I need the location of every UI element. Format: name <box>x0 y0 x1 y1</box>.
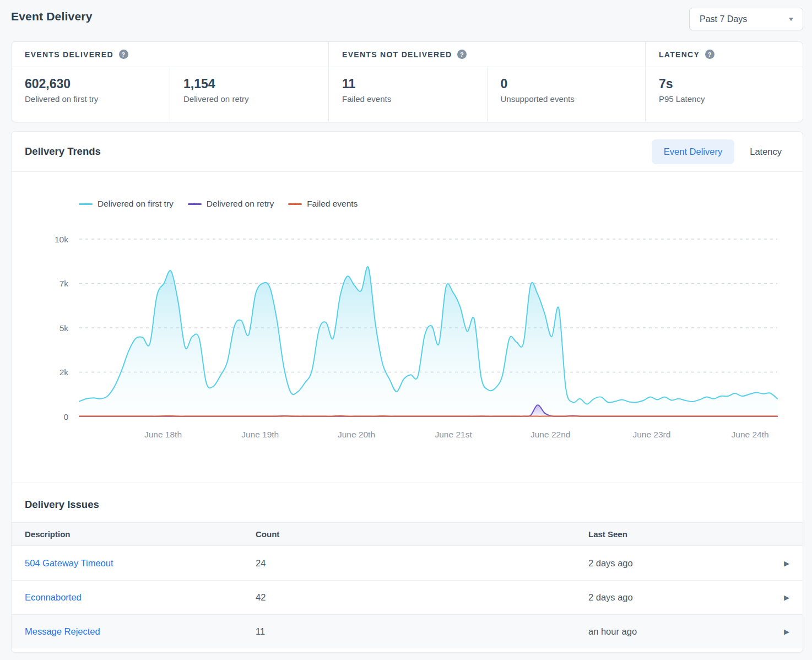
stat-label: Delivered on first try <box>25 94 156 104</box>
table-header-row: Description Count Last Seen <box>12 522 803 546</box>
chart-legend: Delivered on first tryDelivered on retry… <box>79 197 803 210</box>
trends-title: Delivery Trends <box>25 145 101 158</box>
delivery-issues-title: Delivery Issues <box>12 483 803 511</box>
legend-marker-icon <box>79 203 93 205</box>
stats-group-header: EVENTS DELIVERED ? <box>12 42 328 67</box>
issue-count: 11 <box>256 626 588 637</box>
y-axis-tick-label: 10k <box>55 235 68 244</box>
stat-first-try: 602,630 Delivered on first try <box>12 67 170 122</box>
legend-item[interactable]: Delivered on first try <box>79 199 174 209</box>
stat-p95-latency: 7s P95 Latency <box>646 67 803 122</box>
stat-label: Unsupported events <box>501 94 632 104</box>
delivery-trends-chart: 10k7k5k2k0June 18thJune 19thJune 20thJun… <box>12 221 802 447</box>
issue-count: 24 <box>256 558 588 569</box>
time-range-value: Past 7 Days <box>700 14 747 24</box>
stats-group-delivered: EVENTS DELIVERED ? 602,630 Delivered on … <box>12 42 328 122</box>
x-axis-tick-label: June 20th <box>338 430 375 439</box>
chevron-right-icon[interactable]: ▶ <box>784 559 789 567</box>
y-axis-tick-label: 7k <box>59 279 69 288</box>
trends-header: Delivery Trends Event Delivery Latency <box>12 132 803 172</box>
series-line <box>79 416 777 416</box>
stats-group-not-delivered: EVENTS NOT DELIVERED ? 11 Failed events … <box>328 42 645 122</box>
y-axis-tick-label: 0 <box>63 412 68 421</box>
stat-value: 1,154 <box>183 77 315 91</box>
chevron-right-icon[interactable]: ▶ <box>784 593 789 602</box>
stat-retry: 1,154 Delivered on retry <box>170 67 328 122</box>
issue-last-seen: 2 days ago <box>588 558 767 569</box>
y-axis-tick-label: 2k <box>59 367 69 377</box>
legend-label: Delivered on first try <box>98 199 174 209</box>
stats-group-label: EVENTS NOT DELIVERED <box>342 50 452 59</box>
column-header-last-seen: Last Seen <box>588 529 767 539</box>
help-icon[interactable]: ? <box>119 50 128 59</box>
trends-tabs: Event Delivery Latency <box>652 139 794 164</box>
stats-group-label: EVENTS DELIVERED <box>25 50 113 59</box>
stat-label: Failed events <box>342 94 474 104</box>
chevron-right-icon[interactable]: ▶ <box>784 627 789 636</box>
delivery-issues-table: Description Count Last Seen 504 Gateway … <box>12 522 803 648</box>
x-axis-tick-label: June 23rd <box>632 430 670 439</box>
column-header-count: Count <box>256 529 588 539</box>
time-range-dropdown[interactable]: Past 7 Days ▼ <box>689 8 803 30</box>
stat-value: 0 <box>501 77 632 91</box>
chevron-down-icon: ▼ <box>787 16 794 22</box>
legend-label: Delivered on retry <box>207 199 274 209</box>
legend-item[interactable]: Delivered on retry <box>188 199 274 209</box>
stats-group-label: LATENCY <box>659 50 700 59</box>
delivery-trends-card: Delivery Trends Event Delivery Latency D… <box>11 131 803 653</box>
stat-value: 7s <box>659 77 789 91</box>
page-title: Event Delivery <box>11 8 93 23</box>
stat-value: 11 <box>342 77 474 91</box>
issue-link[interactable]: Message Rejected <box>25 626 100 636</box>
table-row[interactable]: Message Rejected 11 an hour ago ▶ <box>12 614 803 648</box>
column-header-description: Description <box>25 529 256 539</box>
stats-group-latency: LATENCY ? 7s P95 Latency <box>645 42 803 122</box>
legend-marker-icon <box>188 203 202 205</box>
issue-link[interactable]: Econnaborted <box>25 592 82 602</box>
y-axis-tick-label: 5k <box>59 323 69 333</box>
help-icon[interactable]: ? <box>705 50 714 59</box>
tab-event-delivery[interactable]: Event Delivery <box>652 139 734 164</box>
x-axis-tick-label: June 24th <box>732 430 769 439</box>
stat-unsupported: 0 Unsupported events <box>487 67 646 122</box>
stat-failed: 11 Failed events <box>329 67 487 122</box>
x-axis-tick-label: June 21st <box>435 430 472 439</box>
stat-value: 602,630 <box>25 77 156 91</box>
chart-area: 10k7k5k2k0June 18thJune 19thJune 20thJun… <box>12 221 803 447</box>
tab-latency[interactable]: Latency <box>738 139 794 164</box>
stats-group-header: LATENCY ? <box>646 42 803 67</box>
x-axis-tick-label: June 22nd <box>530 430 570 439</box>
stats-card: EVENTS DELIVERED ? 602,630 Delivered on … <box>11 41 803 122</box>
event-delivery-page: Event Delivery Past 7 Days ▼ EVENTS DELI… <box>0 0 812 660</box>
issue-count: 42 <box>256 592 588 603</box>
legend-label: Failed events <box>307 199 358 209</box>
table-row[interactable]: Econnaborted 42 2 days ago ▶ <box>12 580 803 614</box>
issue-last-seen: 2 days ago <box>588 592 767 603</box>
table-row[interactable]: 504 Gateway Timeout 24 2 days ago ▶ <box>12 546 803 580</box>
stat-label: P95 Latency <box>659 94 789 104</box>
help-icon[interactable]: ? <box>457 50 467 59</box>
stats-group-header: EVENTS NOT DELIVERED ? <box>329 42 645 67</box>
top-bar: Event Delivery Past 7 Days ▼ <box>11 8 803 41</box>
legend-item[interactable]: Failed events <box>288 199 358 209</box>
x-axis-tick-label: June 18th <box>144 430 182 439</box>
legend-marker-icon <box>288 203 302 205</box>
issue-link[interactable]: 504 Gateway Timeout <box>25 558 113 568</box>
issue-last-seen: an hour ago <box>588 626 767 637</box>
x-axis-tick-label: June 19th <box>241 430 279 439</box>
stat-label: Delivered on retry <box>183 94 315 104</box>
